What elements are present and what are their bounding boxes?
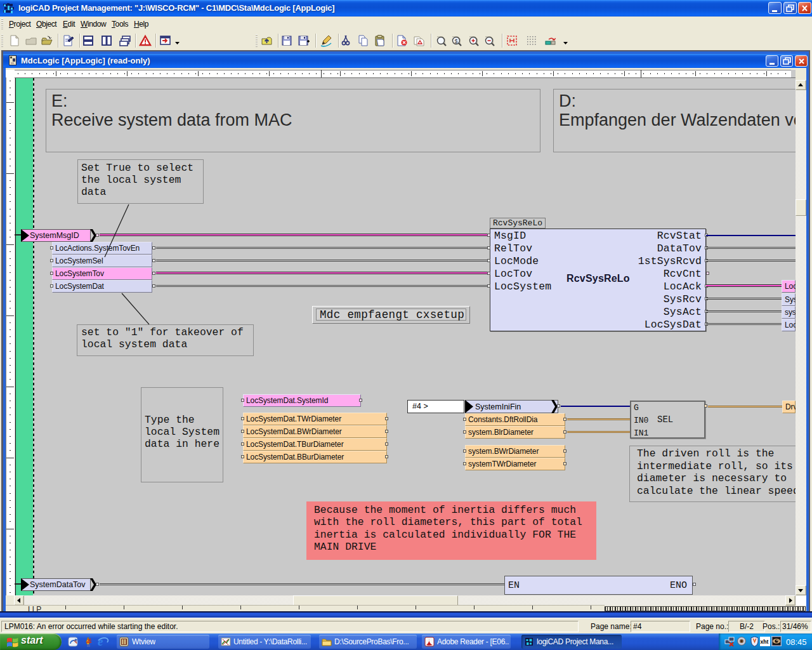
svg-text:xht: xht xyxy=(761,639,769,645)
svg-text:$: $ xyxy=(455,38,458,44)
svg-text:e: e xyxy=(98,635,103,648)
